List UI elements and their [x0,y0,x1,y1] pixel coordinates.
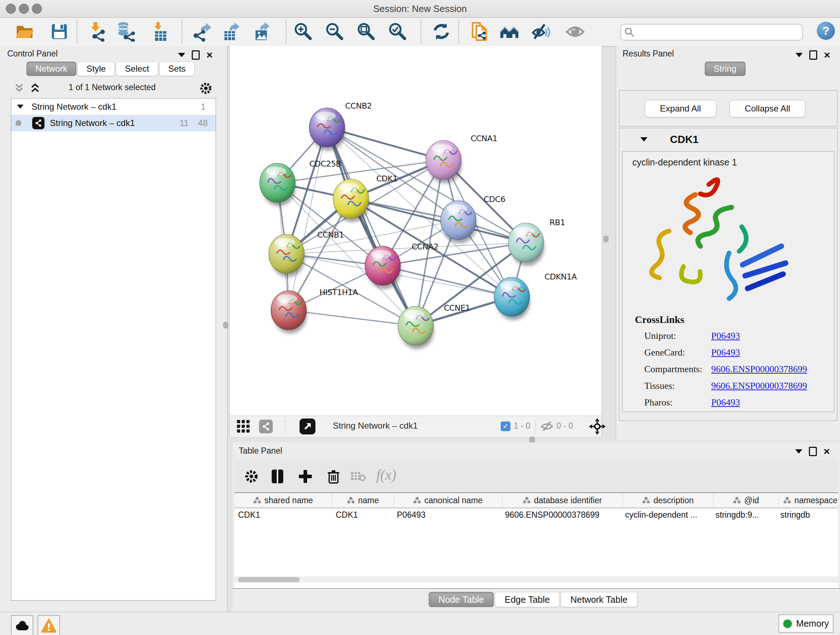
crosslink-value-link[interactable]: 9606.ENSP00000378699 [711,364,807,375]
crosslink-row: GeneCard:P06493 [644,344,829,361]
results-panel: Results Panel × String Expand All Collap… [616,46,840,440]
column-header-namespace[interactable]: namespace [779,493,840,508]
export-table-icon[interactable] [221,21,242,42]
save-session-icon[interactable] [49,21,69,42]
export-network-icon[interactable] [192,21,212,42]
window-title: Session: New Session [0,0,840,17]
column-header-shared-name[interactable]: shared name [234,493,332,508]
column-header-description[interactable]: description [623,493,714,508]
panel-float-icon[interactable] [192,50,200,60]
collapse-entry-icon[interactable] [640,137,647,141]
zoom-in-icon[interactable] [293,21,313,42]
delete-column-icon[interactable] [325,469,341,485]
node-CCNB1[interactable] [269,234,305,277]
tab-style[interactable]: Style [77,62,115,76]
add-column-icon[interactable] [297,469,313,485]
zoom-fit-icon[interactable] [356,21,376,42]
column-header-canonical-name[interactable]: canonical name [394,493,502,508]
column-type-icon [414,497,421,504]
crosslink-value-link[interactable]: 9606.ENSP00000378699 [711,380,807,391]
expand-all-icon[interactable] [29,83,41,94]
first-neighbors-icon[interactable] [499,21,519,42]
new-network-from-selection-icon[interactable] [470,21,490,42]
apply-layout-icon[interactable] [431,21,452,42]
panel-float-icon[interactable] [809,447,817,456]
node-label-CDKN1A: CDKN1A [545,272,577,281]
node-result-header[interactable]: CDK1 [619,128,837,150]
tree-expander-icon[interactable] [17,105,24,109]
collapse-all-button[interactable]: Collapse All [729,100,805,117]
table-row[interactable]: CDK1CDK1P064939606.ENSP00000378699cyclin… [234,508,838,522]
node-RB1[interactable] [508,223,544,266]
open-view-icon[interactable] [300,418,316,434]
memory-button[interactable]: Memory [778,614,834,633]
panel-menu-icon[interactable] [178,53,185,57]
panel-close-icon[interactable]: × [823,448,830,455]
network-view-title: String Network – cdk1 [333,421,418,431]
node-result-body: cyclin-dependent kinase 1 CrossLinks Uni… [622,151,834,412]
cloud-button[interactable] [11,615,33,635]
network-row[interactable]: String Network – cdk1 11 48 [11,115,216,131]
table-gear-icon[interactable] [243,469,259,485]
tab-network[interactable]: Network [27,62,76,76]
edge-CCNE1-HIST1H1A[interactable] [289,310,416,326]
export-image-icon[interactable] [251,21,271,42]
birdseye-toggle-icon[interactable] [589,418,606,435]
panel-menu-icon[interactable] [796,53,803,57]
node-CCNA1[interactable] [426,141,462,183]
zoom-out-icon[interactable] [325,21,345,42]
panel-menu-icon[interactable] [795,449,802,454]
expand-all-button[interactable]: Expand All [645,100,716,117]
network-collection-row[interactable]: String Network – cdk1 1 [11,98,216,115]
zoom-selected-icon[interactable] [387,21,408,42]
selected-checkbox[interactable]: ✓ [501,421,510,431]
crosslink-row: Pharos:P06493 [644,394,829,411]
column-header-label: shared name [264,496,313,505]
panel-close-icon[interactable]: × [824,51,830,59]
column-header-database-identifier[interactable]: database identifier [502,493,623,508]
node-HIST1H1A[interactable] [271,291,307,333]
gear-icon[interactable] [199,81,213,95]
collapse-all-icon[interactable] [13,83,25,94]
crosslink-value-link[interactable]: P06493 [711,347,740,358]
crosslink-value-link[interactable]: P06493 [711,397,740,408]
search-input[interactable] [638,25,802,39]
panel-float-icon[interactable] [809,50,817,60]
node-CCNB2[interactable] [309,108,345,150]
memory-label: Memory [796,618,829,629]
node-CDKN1A[interactable] [494,277,530,320]
node-CDK1[interactable] [333,179,369,222]
tab-select[interactable]: Select [116,62,158,76]
network-selected-status: 1 of 1 Network selected [47,82,177,92]
edge-CCNA2-CDKN1A[interactable] [383,266,512,297]
string-view-icon[interactable] [259,420,273,433]
import-network-database-icon[interactable] [116,21,136,42]
node-CCNE1[interactable] [398,306,434,349]
show-all-icon[interactable] [565,21,585,42]
open-session-icon[interactable] [14,21,35,42]
right-splitter-handle[interactable] [603,236,608,242]
tab-string[interactable]: String [705,62,745,76]
edge-CCNB2-HIST1H1A[interactable] [289,127,327,310]
tab-network-table[interactable]: Network Table [561,592,638,607]
table-hscrollbar-thumb[interactable] [238,577,300,582]
column-header-name[interactable]: name [332,493,394,508]
select-columns-icon[interactable] [270,469,286,485]
tab-edge-table[interactable]: Edge Table [495,592,560,607]
panel-close-icon[interactable]: × [206,51,213,59]
tab-node-table[interactable]: Node Table [429,592,494,607]
tab-sets[interactable]: Sets [159,62,195,76]
left-splitter-handle[interactable] [223,322,228,328]
grid-view-icon[interactable] [237,420,250,433]
help-button[interactable]: ? [817,22,835,40]
column-type-icon [643,497,650,504]
import-table-file-icon[interactable] [149,21,169,42]
crosslink-value-link[interactable]: P06493 [711,331,740,341]
network-canvas[interactable]: CCNB2CCNA1CDC25BCDK1CDC6RB1CCNB1CCNA2CDK… [230,46,602,416]
node-CDC25B[interactable] [260,163,295,206]
import-network-file-icon[interactable] [87,21,107,42]
warnings-button[interactable] [38,615,60,635]
hide-selected-icon[interactable] [531,21,551,42]
node-CCNA2[interactable] [365,246,401,289]
column-header-@id[interactable]: @id [714,493,779,508]
